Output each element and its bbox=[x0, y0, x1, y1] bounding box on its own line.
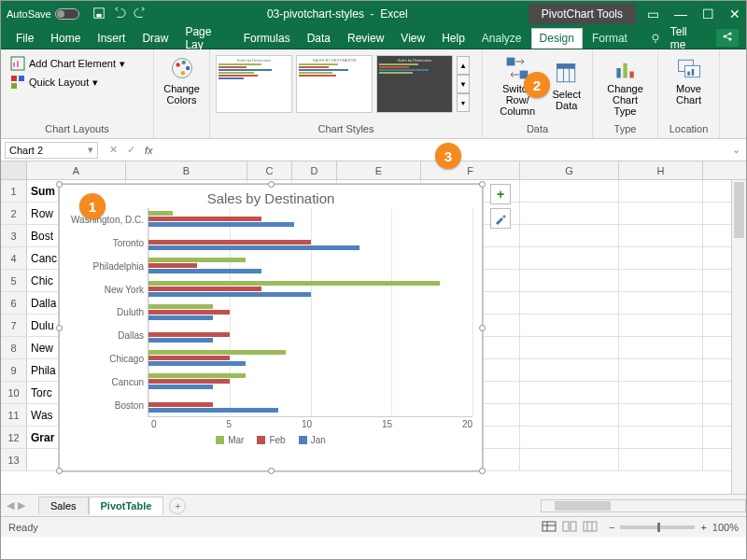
cell[interactable] bbox=[619, 427, 703, 448]
chevron-down-icon[interactable]: ▾ bbox=[88, 144, 93, 156]
col-header-G[interactable]: G bbox=[520, 161, 619, 179]
tab-home[interactable]: Home bbox=[43, 29, 88, 48]
bar-Jan[interactable] bbox=[148, 269, 261, 273]
row-header[interactable]: 3 bbox=[1, 225, 27, 246]
undo-icon[interactable] bbox=[113, 7, 126, 22]
row-header[interactable]: 2 bbox=[1, 203, 27, 224]
expand-formula-bar-icon[interactable]: ⌄ bbox=[726, 144, 746, 156]
cancel-icon[interactable]: ✕ bbox=[109, 144, 118, 156]
autosave-toggle[interactable]: AutoSave bbox=[7, 8, 79, 20]
tab-format[interactable]: Format bbox=[585, 29, 635, 48]
row-header[interactable]: 9 bbox=[1, 359, 27, 381]
bar-Mar[interactable] bbox=[148, 304, 213, 309]
pivot-chart[interactable]: Sales by Destination Washington, D.C.Tor… bbox=[59, 184, 483, 471]
bar-Jan[interactable] bbox=[148, 385, 213, 389]
gallery-more-button[interactable]: ▾ bbox=[457, 93, 470, 112]
name-box[interactable]: Chart 2 ▾ bbox=[5, 142, 98, 159]
row-header[interactable]: 4 bbox=[1, 247, 27, 269]
tab-view[interactable]: View bbox=[393, 29, 432, 48]
tab-file[interactable]: File bbox=[8, 29, 41, 48]
cell[interactable] bbox=[619, 247, 703, 269]
bar-Mar[interactable] bbox=[148, 350, 286, 355]
col-header-B[interactable]: B bbox=[126, 161, 247, 179]
select-all-button[interactable] bbox=[1, 161, 27, 179]
bar-Feb[interactable] bbox=[148, 240, 311, 245]
gallery-scroll-down[interactable]: ▼ bbox=[457, 75, 470, 93]
gallery-scroll-up[interactable]: ▲ bbox=[457, 56, 470, 75]
zoom-level[interactable]: 100% bbox=[712, 522, 739, 533]
bar-Feb[interactable] bbox=[148, 332, 230, 337]
page-break-view-icon[interactable] bbox=[583, 521, 598, 534]
cell[interactable] bbox=[520, 315, 619, 336]
legend-item[interactable]: Feb bbox=[257, 435, 285, 445]
zoom-in-button[interactable]: + bbox=[700, 522, 706, 533]
bar-Mar[interactable] bbox=[148, 258, 246, 262]
zoom-out-button[interactable]: − bbox=[609, 522, 614, 533]
vertical-scrollbar[interactable] bbox=[731, 180, 746, 494]
row-header[interactable]: 10 bbox=[1, 382, 27, 403]
cell[interactable] bbox=[520, 449, 619, 470]
sheet-tab-sales[interactable]: Sales bbox=[38, 497, 89, 514]
row-header[interactable]: 12 bbox=[1, 427, 27, 448]
change-colors-button[interactable]: Change Colors bbox=[160, 51, 204, 109]
row-header[interactable]: 13 bbox=[1, 449, 27, 470]
cell[interactable] bbox=[619, 382, 703, 403]
bar-Feb[interactable] bbox=[148, 310, 230, 315]
bar-Feb[interactable] bbox=[148, 402, 213, 407]
chart-legend[interactable]: MarFebJan bbox=[60, 429, 482, 445]
enter-icon[interactable]: ✓ bbox=[127, 144, 135, 156]
save-icon[interactable] bbox=[92, 7, 106, 22]
move-chart-button[interactable]: Move Chart bbox=[664, 51, 713, 109]
row-header[interactable]: 8 bbox=[1, 337, 27, 358]
horizontal-scrollbar[interactable] bbox=[541, 499, 746, 512]
cell[interactable] bbox=[619, 203, 703, 224]
row-header[interactable]: 7 bbox=[1, 315, 27, 336]
close-icon[interactable]: ✕ bbox=[729, 7, 740, 21]
cell[interactable] bbox=[520, 247, 619, 269]
bar-Feb[interactable] bbox=[148, 263, 197, 268]
cell[interactable] bbox=[520, 359, 619, 381]
plot-area[interactable] bbox=[148, 208, 472, 417]
tab-data[interactable]: Data bbox=[300, 29, 338, 48]
change-chart-type-button[interactable]: Change Chart Type bbox=[599, 51, 652, 120]
cell[interactable] bbox=[520, 270, 619, 291]
fx-icon[interactable]: fx bbox=[145, 145, 153, 156]
col-header-A[interactable]: A bbox=[27, 161, 126, 179]
cell[interactable] bbox=[619, 270, 703, 291]
chart-style-thumb[interactable]: SALES BY DESTINATION bbox=[296, 55, 373, 113]
zoom-slider[interactable] bbox=[620, 525, 695, 529]
chart-styles-gallery[interactable]: Sales by Destination SALES BY DESTINATIO… bbox=[216, 51, 476, 113]
cell[interactable] bbox=[619, 225, 703, 246]
col-header-F[interactable]: F bbox=[421, 161, 520, 179]
cell[interactable] bbox=[520, 203, 619, 224]
cell[interactable] bbox=[619, 180, 703, 202]
tab-draw[interactable]: Draw bbox=[134, 29, 176, 48]
quick-layout-button[interactable]: Quick Layout ▾ bbox=[7, 74, 129, 91]
chart-title[interactable]: Sales by Destination bbox=[60, 185, 482, 208]
legend-item[interactable]: Mar bbox=[216, 435, 244, 445]
row-header[interactable]: 1 bbox=[1, 180, 27, 202]
cell[interactable] bbox=[520, 292, 619, 314]
bar-Mar[interactable] bbox=[148, 281, 440, 286]
bar-Feb[interactable] bbox=[148, 287, 261, 291]
bar-Jan[interactable] bbox=[148, 361, 246, 366]
chart-style-thumb[interactable]: Sales by Destination bbox=[216, 55, 292, 113]
legend-item[interactable]: Jan bbox=[299, 435, 326, 445]
chart-elements-button[interactable]: + bbox=[490, 184, 511, 204]
chart-styles-button[interactable] bbox=[490, 208, 511, 229]
bar-Feb[interactable] bbox=[148, 379, 230, 384]
select-data-button[interactable]: Select Data bbox=[546, 51, 586, 120]
row-header[interactable]: 11 bbox=[1, 404, 27, 426]
cell[interactable] bbox=[520, 382, 619, 403]
share-button[interactable] bbox=[716, 29, 739, 47]
bar-Jan[interactable] bbox=[148, 338, 213, 343]
col-header-E[interactable]: E bbox=[337, 161, 421, 179]
row-header[interactable]: 5 bbox=[1, 270, 27, 291]
bar-Feb[interactable] bbox=[148, 217, 261, 221]
cell[interactable] bbox=[520, 427, 619, 448]
redo-icon[interactable] bbox=[134, 7, 147, 22]
bar-Feb[interactable] bbox=[148, 356, 230, 360]
cell[interactable] bbox=[619, 359, 703, 381]
bar-Mar[interactable] bbox=[148, 373, 246, 378]
chart-style-thumb[interactable]: Sales by Destination bbox=[376, 55, 453, 113]
